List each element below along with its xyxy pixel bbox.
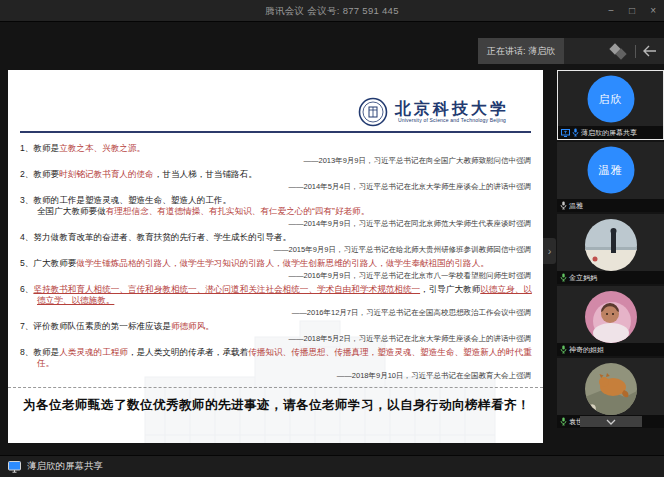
view-controls [564,38,664,64]
quote-text: 7、评价教师队伍素质的第一标准应该是 [20,321,171,331]
speaking-now-label: 正在讲话: 薄启欣 [478,38,564,64]
close-icon[interactable]: × [650,6,656,16]
quote-attribution: ——2015年9月9日，习近平总书记在给北师大贵州研修班参训教师回信中强调 [20,245,531,254]
quote-text-emphasis: 坚持教书和育人相统一、言传和身教相统一、潜心问道和关注社会相统一、学术自由和学术… [33,284,420,294]
sidebar-collapse-chevron[interactable]: › [543,238,556,264]
quote-text: 2、教师要 [20,169,59,179]
quote-text: 8、教师是 [20,347,59,357]
quote-text-emphasis: 立教之本、兴教之源。 [59,143,145,153]
dashed-divider [8,387,543,388]
quote-text: ，是人类文明的传承者，承载着 [128,347,248,357]
mic-icon [572,128,579,137]
video-tile-qixin[interactable]: 启欣 薄启欣的屏幕共享 [557,70,664,140]
screen-share-icon [561,129,570,137]
quote-item-7: 7、评价教师队伍素质的第一标准应该是师德师风。 ——2018年5月2日，习近平总… [20,321,533,343]
quote-text-emphasis: 师德师风。 [171,321,214,331]
mic-icon [560,345,567,354]
quote-text-emphasis: 时刻铭记教书育人的使命 [59,169,154,179]
window-titlebar: 腾讯会议 会议号: 877 591 445 − □ × [0,0,664,22]
quote-attribution: ——2016年9月9日，习近平总书记在北京市八一学校看望慰问师生时强调 [20,271,531,280]
quote-item-6: 6、坚持教书和育人相统一、言传和身教相统一、潜心问道和关注社会相统一、学术自由和… [20,284,533,317]
shared-screen-slide: 北京科技大学 University of Science and Technol… [8,70,543,443]
slide-footer-text: 为各位老师甄选了数位优秀教师的先进事迹，请各位老师学习，以自身行动向榜样看齐！ [20,397,533,413]
chevron-down-icon[interactable] [580,416,642,427]
bottom-statusbar: 薄启欣的屏幕共享 [0,455,664,477]
quote-item-3: 3、教师的工作是塑造灵魂、塑造生命、塑造人的工作。 全国广大教师要做有理想信念、… [20,195,533,228]
quote-text: 4、努力做教育改革的奋进者、教育扶贫的先行者、学生成长的引导者。 [20,232,291,242]
participant-name-strip: 金立妈妈 [557,271,664,284]
quote-attribution: ——2014年5月4日，习近平总书记在北京大学师生座谈会上的讲话中强调 [20,182,531,191]
slide-header-rule [20,131,531,133]
screen-share-status-icon [8,461,21,473]
quote-item-4: 4、努力做教育改革的奋进者、教育扶贫的先行者、学生成长的引导者。 ——2015年… [20,232,533,254]
participant-name: 薄启欣的屏幕共享 [581,128,637,138]
quote-attribution: ——2018年5月2日，习近平总书记在北京大学师生座谈会上的讲话中强调 [20,334,531,343]
quote-item-8: 8、教师是人类灵魂的工程师，是人类文明的传承者，承载着传播知识、传播思想、传播真… [20,347,533,380]
minimize-icon[interactable]: − [608,6,614,16]
university-logo: 北京科技大学 University of Science and Technol… [20,96,509,128]
participant-name-strip: 温雅 [557,199,664,212]
quote-text: ，引导广大教师 [420,284,480,294]
quote-attribution: ——2018年9月10日，习近平总书记在全国教育大会上强调 [20,371,531,380]
screen-share-status-label: 薄启欣的屏幕共享 [27,460,103,473]
mic-icon [560,273,567,282]
participant-name: 神奇的姐姐 [569,345,604,355]
university-name-cn: 北京科技大学 [395,100,509,117]
quote-text: 1、教师是 [20,143,59,153]
gallery-view-icon[interactable] [610,44,628,59]
participant-name: 金立妈妈 [569,273,597,283]
quote-item-5: 5、广大教师要做学生锤炼品格的引路人，做学生学习知识的引路人，做学生创新思维的引… [20,258,533,280]
avatar-photo-baby [585,291,637,343]
quote-text-emphasis: 做学生锤炼品格的引路人，做学生学习知识的引路人，做学生创新思维的引路人，做学生奉… [76,258,489,268]
participant-name-strip: 薄启欣的屏幕共享 [558,126,663,139]
video-tile-shenqi-jiejie[interactable]: 神奇的姐姐 [557,286,664,356]
quote-text: 6、 [20,284,33,294]
quote-attribution: ——2013年9月9日，习近平总书记在向全国广大教师致慰问信中强调 [20,156,531,165]
participant-name-strip: 神奇的姐姐 [557,343,664,356]
video-tile-wenya[interactable]: 温雅 温雅 [557,142,664,212]
maximize-icon[interactable]: □ [629,6,635,16]
avatar: 启欣 [587,76,634,123]
quote-list: 1、教师是立教之本、兴教之源。 ——2013年9月9日，习近平总书记在向全国广大… [20,143,533,380]
avatar-photo-fox [585,363,637,415]
video-tile-jinli-mama[interactable]: 金立妈妈 [557,214,664,284]
university-name-en: University of Science and Technology Bei… [398,117,506,124]
quote-text: ，甘当人梯，甘当铺路石。 [154,169,257,179]
quote-attribution: ——2014年9月9日，习近平总书记在同北京师范大学师生代表座谈时强调 [20,219,531,228]
mic-icon [560,417,567,426]
speaking-indicator-bar: 正在讲话: 薄启欣 [478,38,664,64]
avatar-photo-beach [585,219,637,271]
collapse-arrow-icon[interactable] [643,45,657,57]
quote-text-emphasis: 人类灵魂的工程师 [59,347,128,357]
window-title: 腾讯会议 会议号: 877 591 445 [0,0,664,21]
quote-text-emphasis: 有理想信念、有道德情操、有扎实知识、有仁爱之心的“四有”好老师。 [106,206,370,216]
quote-item-1: 1、教师是立教之本、兴教之源。 ——2013年9月9日，习近平总书记在向全国广大… [20,143,533,165]
participant-name: 温雅 [569,201,583,211]
video-tile-yuanshikai[interactable]: 袁世凯 [557,358,664,428]
divider [635,45,636,58]
quote-item-2: 2、教师要时刻铭记教书育人的使命，甘当人梯，甘当铺路石。 ——2014年5月4日… [20,169,533,191]
quote-attribution: ——2016年12月7日，习近平总书记在全国高校思想政治工作会议中强调 [20,308,531,317]
mic-icon [560,201,567,210]
quote-text: 5、广大教师要 [20,258,76,268]
participant-sidebar: 启欣 薄启欣的屏幕共享 温雅 温雅 [557,70,664,430]
avatar: 温雅 [587,147,634,194]
university-emblem-icon [358,97,388,127]
window-controls: − □ × [608,0,656,22]
